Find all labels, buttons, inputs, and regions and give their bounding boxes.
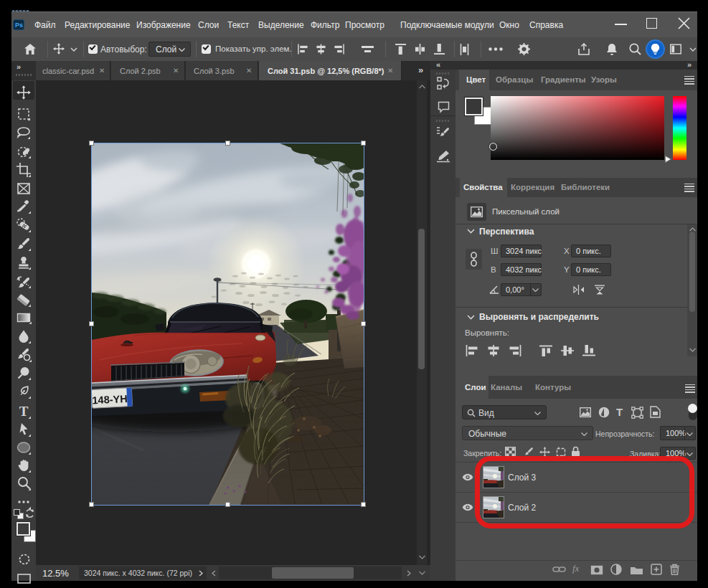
svg-text:T: T xyxy=(19,404,29,419)
